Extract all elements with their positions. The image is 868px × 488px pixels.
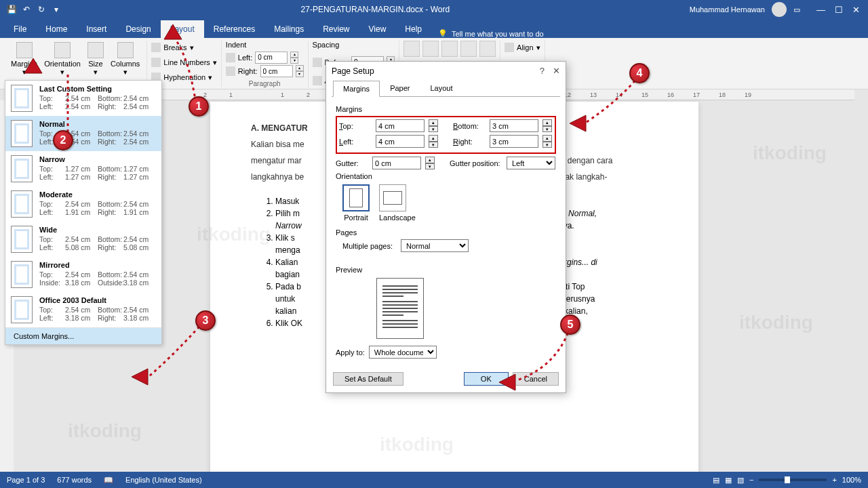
set-default-button[interactable]: Set As Default (333, 372, 403, 386)
columns-button[interactable]: Columns▾ (108, 41, 142, 78)
margin-preset-normal[interactable]: Normal Top:2.54 cmBottom:2.54 cm Left:2.… (5, 116, 161, 151)
ribbon-tabs: File Home Insert Design Layout Reference… (0, 19, 868, 38)
tab-view[interactable]: View (359, 20, 396, 38)
arrow-pointer-1 (163, 23, 183, 42)
ribbon-display-icon[interactable]: ▭ (793, 5, 800, 14)
indent-right-spinner[interactable]: ▴▾ (296, 65, 304, 77)
tab-review[interactable]: Review (313, 20, 359, 38)
pages-label: Pages (336, 228, 556, 237)
word-count[interactable]: 677 words (57, 476, 92, 484)
indent-right-icon (226, 66, 235, 76)
selection-pane-icon[interactable] (479, 41, 496, 57)
margin-right-input[interactable] (490, 135, 538, 148)
bring-forward-icon[interactable] (441, 41, 458, 57)
dialog-tab-margins[interactable]: Margins (333, 81, 380, 97)
preview-thumbnail (376, 278, 424, 339)
margin-bottom-input[interactable] (490, 119, 538, 132)
arrow-pointer-4 (568, 114, 589, 133)
margin-preset-narrow[interactable]: Narrow Top:1.27 cmBottom:1.27 cm Left:1.… (5, 151, 161, 186)
zoom-slider[interactable] (759, 479, 827, 481)
margin-preset-wide[interactable]: Wide Top:2.54 cmBottom:2.54 cm Left:5.08… (5, 222, 161, 257)
dialog-tab-layout[interactable]: Layout (420, 80, 462, 96)
align-button[interactable]: Align ▾ (505, 41, 540, 54)
position-icon[interactable] (403, 41, 420, 57)
margin-preset-mirrored[interactable]: Mirrored Top:2.54 cmBottom:2.54 cm Insid… (5, 257, 161, 292)
orientation-label: Orientation (336, 172, 556, 180)
callout-2: 2 (53, 130, 73, 150)
tab-mailings[interactable]: Mailings (264, 20, 313, 38)
indent-left-icon (226, 53, 235, 62)
web-layout-icon[interactable]: ▧ (737, 476, 744, 485)
dialog-close-icon[interactable]: ✕ (553, 66, 560, 76)
arrow-pointer-5 (498, 373, 518, 392)
tab-home[interactable]: Home (36, 20, 77, 38)
indent-label: Indent (226, 41, 304, 49)
svg-marker-2 (132, 369, 148, 385)
gutter-position-select[interactable]: Left (507, 157, 555, 169)
minimize-icon[interactable]: — (816, 5, 825, 15)
spacing-before-icon (313, 58, 322, 67)
spacing-after-icon (313, 76, 322, 85)
print-layout-icon[interactable]: ▦ (725, 476, 732, 485)
custom-margins-item[interactable]: Custom Margins... (5, 327, 161, 344)
redo-icon[interactable]: ↻ (37, 5, 46, 14)
margin-preset-last-custom-setting[interactable]: Last Custom Setting Top:2.54 cmBottom:2.… (5, 81, 161, 116)
margin-preset-moderate[interactable]: Moderate Top:2.54 cmBottom:2.54 cm Left:… (5, 186, 161, 222)
paragraph-group-label: Paragraph (226, 79, 304, 87)
user-name: Muhammad Hernawan (690, 5, 765, 14)
margins-section-label: Margins (336, 105, 556, 113)
zoom-out-icon[interactable]: − (749, 476, 753, 484)
margin-preset-office-2003-default[interactable]: Office 2003 Default Top:2.54 cmBottom:2.… (5, 292, 161, 327)
margins-dropdown: Last Custom Setting Top:2.54 cmBottom:2.… (5, 80, 162, 345)
titlebar: 💾 ↶ ↻ ▾ 27-PENGATURAN-MARGIN.docx - Word… (0, 0, 868, 19)
dialog-tab-paper[interactable]: Paper (380, 80, 420, 96)
tell-me-search[interactable]: 💡 Tell me what you want to do (438, 29, 544, 38)
indent-right-input[interactable] (260, 65, 293, 77)
page-number[interactable]: Page 1 of 3 (7, 476, 45, 484)
spell-check-icon[interactable]: 📖 (104, 476, 113, 485)
maximize-icon[interactable]: ☐ (835, 5, 843, 15)
tab-references[interactable]: References (204, 20, 264, 38)
dialog-help-icon[interactable]: ? (540, 66, 545, 76)
multiple-pages-select[interactable]: Normal (401, 239, 469, 252)
page-setup-dialog: Page Setup ?✕ Margins Paper Layout Margi… (326, 61, 566, 393)
callout-1: 1 (189, 96, 209, 117)
language-status[interactable]: English (United States) (125, 476, 202, 484)
size-button[interactable]: Size▾ (85, 41, 106, 78)
read-mode-icon[interactable]: ▤ (713, 476, 719, 485)
zoom-level[interactable]: 100% (842, 476, 861, 484)
undo-icon[interactable]: ↶ (22, 5, 31, 14)
orientation-button[interactable]: Orientation▾ (41, 41, 83, 78)
tab-insert[interactable]: Insert (77, 20, 116, 38)
lightbulb-icon: 💡 (438, 29, 448, 38)
callout-4: 4 (629, 63, 650, 83)
wrap-text-icon[interactable] (422, 41, 439, 57)
landscape-option[interactable]: Landscape (379, 184, 416, 222)
dialog-title: Page Setup (332, 66, 374, 76)
tab-design[interactable]: Design (116, 20, 160, 38)
send-backward-icon[interactable] (460, 41, 477, 57)
save-icon[interactable]: 💾 (7, 5, 16, 14)
callout-3: 3 (195, 310, 216, 331)
breaks-button[interactable]: Breaks ▾ (151, 41, 216, 54)
line-numbers-button[interactable]: Line Numbers ▾ (151, 56, 216, 69)
status-bar: Page 1 of 3 677 words 📖 English (United … (0, 472, 868, 488)
zoom-in-icon[interactable]: + (832, 476, 836, 484)
tab-file[interactable]: File (4, 20, 36, 38)
portrait-option[interactable]: Portrait (342, 184, 370, 222)
indent-left-input[interactable] (255, 52, 288, 64)
callout-5: 5 (560, 314, 580, 335)
indent-left-spinner[interactable]: ▴▾ (290, 52, 298, 64)
tab-help[interactable]: Help (395, 20, 431, 38)
close-icon[interactable]: ✕ (852, 5, 860, 15)
margin-left-input[interactable] (376, 135, 425, 148)
arrow-pointer-margins (23, 57, 43, 76)
gutter-input[interactable] (372, 157, 421, 169)
user-avatar[interactable] (772, 2, 787, 17)
apply-to-select[interactable]: Whole document (369, 346, 437, 359)
cancel-button[interactable]: Cancel (513, 372, 559, 386)
qat-customize-icon[interactable]: ▾ (52, 5, 61, 14)
svg-marker-0 (164, 24, 182, 39)
margin-top-input[interactable] (376, 119, 425, 132)
svg-marker-3 (570, 115, 586, 131)
